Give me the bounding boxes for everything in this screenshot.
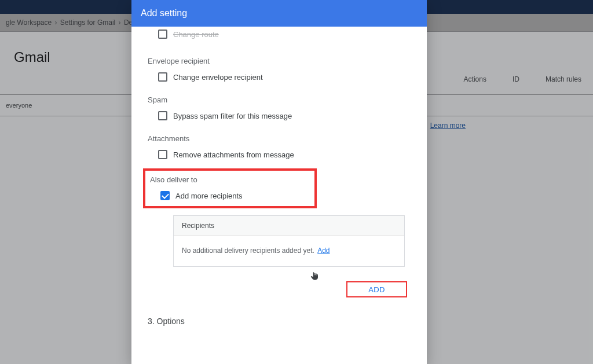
bypass-spam-checkbox[interactable] xyxy=(158,111,167,120)
change-envelope-label: Change envelope recipient xyxy=(173,73,263,82)
recipients-header: Recipients xyxy=(174,216,404,236)
envelope-section-label: Envelope recipient xyxy=(148,57,415,65)
change-route-label: Change route xyxy=(173,30,219,39)
add-more-recipients-checkbox[interactable] xyxy=(160,191,170,200)
options-step-heading: 3. Options xyxy=(148,317,415,326)
add-recipient-link[interactable]: Add xyxy=(317,247,330,255)
add-button-highlight: ADD xyxy=(346,281,407,297)
attachments-section: Attachments Remove attachments from mess… xyxy=(148,134,415,159)
also-deliver-section-highlight: Also deliver to Add more recipients xyxy=(143,168,317,208)
spam-section: Spam Bypass spam filter for this message xyxy=(148,95,415,120)
remove-attachments-checkbox[interactable] xyxy=(158,150,167,159)
remove-attachments-label: Remove attachments from message xyxy=(173,150,294,159)
recipients-body: No additional delivery recipients added … xyxy=(174,236,404,266)
recipients-empty-text: No additional delivery recipients added … xyxy=(182,247,314,255)
modal-title: Add setting xyxy=(131,0,427,27)
add-setting-modal: Add setting Change route Envelope recipi… xyxy=(131,0,427,364)
change-envelope-checkbox[interactable] xyxy=(158,72,167,82)
attachments-section-label: Attachments xyxy=(148,134,415,143)
add-button[interactable]: ADD xyxy=(368,285,385,294)
change-route-row: Change route xyxy=(148,27,415,42)
add-more-recipients-label: Add more recipients xyxy=(175,192,243,200)
change-route-checkbox[interactable] xyxy=(158,30,167,39)
also-deliver-section-label: Also deliver to xyxy=(150,175,312,184)
bypass-spam-label: Bypass spam filter for this message xyxy=(173,112,292,120)
envelope-section: Envelope recipient Change envelope recip… xyxy=(148,57,415,82)
spam-section-label: Spam xyxy=(148,95,415,104)
recipients-panel: Recipients No additional delivery recipi… xyxy=(173,215,405,267)
